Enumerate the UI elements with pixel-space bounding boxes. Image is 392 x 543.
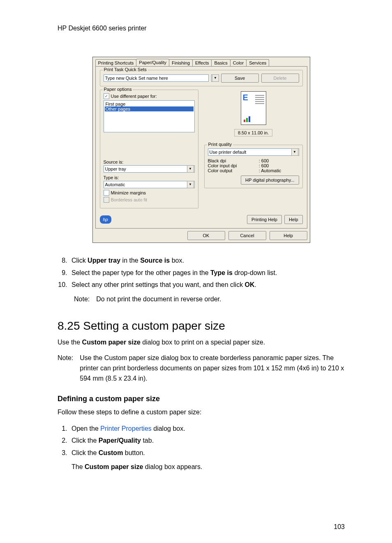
note-block: Note: Do not print the document in rever… <box>74 294 345 305</box>
quick-set-dropdown[interactable]: ▼ <box>211 74 219 82</box>
source-is-label: Source is: <box>104 159 195 164</box>
paper-preview-image: E <box>241 91 266 125</box>
list-item: Select the paper type for the other page… <box>69 268 345 278</box>
section-heading: 8.25 Setting a custom paper size <box>58 319 345 333</box>
use-different-paper-checkbox[interactable]: ✓ Use different paper for: <box>104 93 195 99</box>
save-button[interactable]: Save <box>221 74 259 83</box>
source-is-combo[interactable]: Upper tray ▼ <box>104 165 195 173</box>
type-is-combo[interactable]: Automatic ▼ <box>104 181 195 188</box>
paper-options-group: Paper options ✓ Use different paper for:… <box>100 90 198 208</box>
chevron-down-icon: ▼ <box>187 165 194 173</box>
print-dialog-figure: Printing Shortcuts Paper/Quality Finishi… <box>92 57 310 243</box>
chevron-down-icon: ▼ <box>212 74 219 82</box>
checkbox-icon <box>104 197 109 203</box>
paper-size-readout: 8.50 x 11.00 in. <box>234 129 272 136</box>
delete-button: Delete <box>261 74 299 83</box>
cancel-button[interactable]: Cancel <box>228 231 266 240</box>
list-item: Select any other print settings that you… <box>69 280 345 290</box>
color-input-dpi-value: : 600 <box>259 163 299 168</box>
tab-basics[interactable]: Basics <box>211 59 230 66</box>
borderless-auto-fit-checkbox: Borderless auto fit <box>104 197 195 203</box>
tab-services[interactable]: Services <box>246 59 269 66</box>
paper-options-title: Paper options <box>103 87 133 92</box>
paragraph: Follow these steps to define a custom pa… <box>58 407 345 418</box>
note-body: Use the Custom paper size dialog box to … <box>80 353 345 384</box>
note-label: Note: <box>58 353 73 384</box>
tab-effects[interactable]: Effects <box>192 59 212 66</box>
print-quality-group: Print quality Use printer default ▼ Blac… <box>204 145 303 188</box>
paper-for-listbox[interactable]: First page Other pages <box>104 100 195 132</box>
list-item: Click Upper tray in the Source is box. <box>69 255 345 266</box>
paragraph: Use the Custom paper size dialog box to … <box>58 337 345 348</box>
minimize-margins-checkbox[interactable]: Minimize margins <box>104 190 195 196</box>
printing-help-button[interactable]: Printing Help <box>247 215 282 224</box>
tab-finishing[interactable]: Finishing <box>169 59 193 66</box>
note-block: Note: Use the Custom paper size dialog b… <box>58 353 345 384</box>
borderless-auto-fit-label: Borderless auto fit <box>111 197 148 202</box>
list-item: Click the Paper/Quality tab. <box>69 435 345 446</box>
chevron-down-icon: ▼ <box>187 181 194 188</box>
quick-set-name-input[interactable]: Type new Quick Set name here <box>104 74 209 82</box>
color-input-dpi-label: Color input dpi <box>208 163 255 168</box>
page-number: 103 <box>334 523 345 531</box>
list-item: Open the Printer Properties dialog box. <box>69 423 345 434</box>
steps-list-b: Open the Printer Properties dialog box. … <box>58 423 345 473</box>
black-dpi-label: Black dpi <box>208 158 255 163</box>
type-is-label: Type is: <box>104 175 195 180</box>
list-item: Click the Custom button. The Custom pape… <box>69 448 345 472</box>
tab-panel: Print Task Quick Sets Type new Quick Set… <box>95 66 307 229</box>
help-button[interactable]: Help <box>284 215 303 224</box>
hp-digital-photography-button[interactable]: HP digital photography... <box>241 176 299 185</box>
use-different-paper-label: Use different paper for: <box>111 94 157 99</box>
black-dpi-value: : 600 <box>259 158 299 163</box>
document-header: HP Deskjet 6600 series printer <box>58 25 345 32</box>
steps-list-a: Click Upper tray in the Source is box. S… <box>58 255 345 290</box>
hp-logo-icon: hp <box>100 215 111 224</box>
paper-preview: E 8.50 x 11.00 in. <box>204 91 303 136</box>
tab-color[interactable]: Color <box>230 59 247 66</box>
minimize-margins-label: Minimize margins <box>111 190 146 195</box>
ok-button[interactable]: OK <box>187 231 225 240</box>
color-output-label: Color output <box>208 168 255 173</box>
subheading: Defining a custom paper size <box>58 395 345 403</box>
print-quality-combo[interactable]: Use printer default ▼ <box>208 148 299 156</box>
tabs-row: Printing Shortcuts Paper/Quality Finishi… <box>93 57 310 66</box>
quick-sets-group: Print Task Quick Sets Type new Quick Set… <box>100 70 303 86</box>
help-button-lower[interactable]: Help <box>270 231 307 240</box>
list-item[interactable]: First page <box>105 102 194 106</box>
tab-paper-quality[interactable]: Paper/Quality <box>136 59 169 66</box>
note-label: Note: <box>74 294 90 305</box>
list-item[interactable]: Other pages <box>105 106 194 111</box>
checkbox-icon: ✓ <box>104 93 109 99</box>
note-body: Do not print the document in reverse ord… <box>96 294 221 305</box>
chevron-down-icon: ▼ <box>291 148 298 156</box>
printer-properties-link[interactable]: Printer Properties <box>100 425 152 432</box>
checkbox-icon <box>104 190 109 196</box>
quick-sets-title: Print Task Quick Sets <box>103 67 148 72</box>
color-output-value: : Automatic <box>259 168 299 173</box>
tab-printing-shortcuts[interactable]: Printing Shortcuts <box>95 59 137 66</box>
print-quality-title: Print quality <box>207 142 233 147</box>
